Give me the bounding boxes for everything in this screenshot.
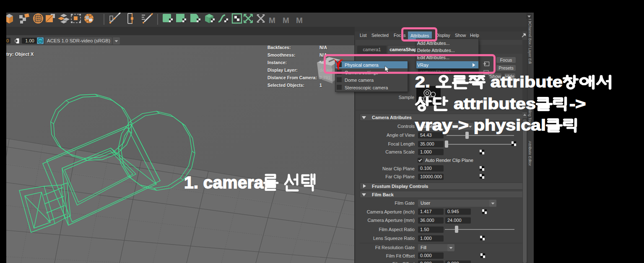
svg-text:M: M — [269, 16, 275, 25]
svg-text:M: M — [296, 16, 303, 25]
svg-text:M: M — [283, 16, 289, 25]
svg-text:Channel Box / Layer Edi: Channel Box / Layer Edi — [528, 23, 532, 64]
svg-text:Attribute Editor: Attribute Editor — [528, 141, 532, 166]
svg-text:ON: ON — [39, 40, 42, 42]
